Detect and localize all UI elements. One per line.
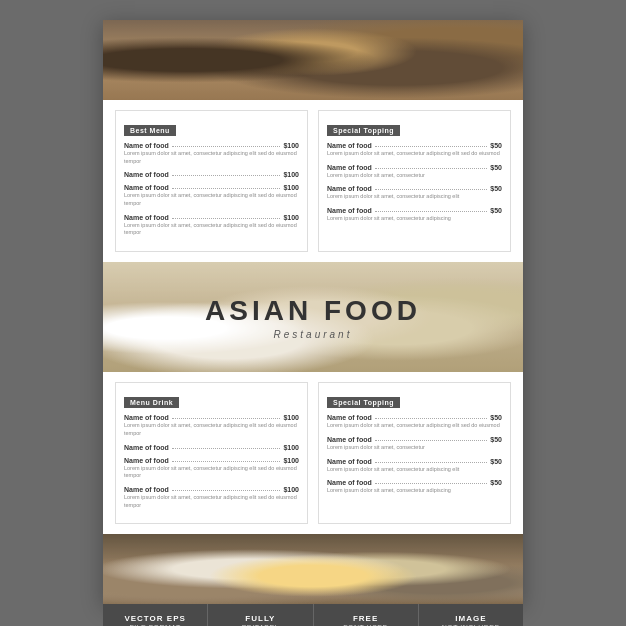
list-item: Name of food $100 xyxy=(124,171,299,178)
dots xyxy=(172,418,281,419)
list-item: Name of food $100 Lorem ipsum dolor sit … xyxy=(124,486,299,509)
food-price: $100 xyxy=(283,457,299,464)
info-item-vector: VECTOR EPS FILE FORMAT xyxy=(103,604,208,626)
list-item: Name of food $100 Lorem ipsum dolor sit … xyxy=(124,184,299,207)
food-name-price: Name of food $50 xyxy=(327,414,502,421)
list-item: Name of food $50 Lorem ipsum dolor sit a… xyxy=(327,142,502,158)
food-price: $50 xyxy=(490,185,502,192)
special-topping-bottom-header: Special Topping xyxy=(327,397,400,408)
top-food-image xyxy=(103,20,523,100)
list-item: Name of food $50 Lorem ipsum dolor sit a… xyxy=(327,185,502,201)
food-name: Name of food xyxy=(124,414,169,421)
info-item-editable: FULLY EDITABEL xyxy=(208,604,313,626)
page-wrapper: Best Menu Name of food $100 Lorem ipsum … xyxy=(0,0,626,626)
food-name: Name of food xyxy=(124,457,169,464)
info-label-top: FREE xyxy=(353,614,378,623)
list-item: Name of food $50 Lorem ipsum dolor sit a… xyxy=(327,164,502,180)
bottom-food-image xyxy=(103,534,523,604)
dots xyxy=(375,440,488,441)
food-desc: Lorem ipsum dolor sit amet, consectetur xyxy=(327,444,502,452)
food-name: Name of food xyxy=(327,164,372,171)
list-item: Name of food $100 Lorem ipsum dolor sit … xyxy=(124,414,299,437)
food-desc: Lorem ipsum dolor sit amet, consectetur xyxy=(327,172,502,180)
food-desc: Lorem ipsum dolor sit amet, consectetur … xyxy=(124,192,299,207)
dots xyxy=(172,490,281,491)
bottom-food-visual xyxy=(103,534,523,604)
food-price: $50 xyxy=(490,414,502,421)
food-price: $100 xyxy=(283,142,299,149)
dots xyxy=(172,218,281,219)
dots xyxy=(172,461,281,462)
food-price: $50 xyxy=(490,164,502,171)
food-desc: Lorem ipsum dolor sit amet, consectetur … xyxy=(327,466,502,474)
food-desc: Lorem ipsum dolor sit amet, consectetur … xyxy=(124,150,299,165)
food-name-price: Name of food $50 xyxy=(327,142,502,149)
best-menu-header: Best Menu xyxy=(124,125,176,136)
hero-subtitle: Restaurant xyxy=(274,329,353,340)
food-desc: Lorem ipsum dolor sit amet, consectetur … xyxy=(327,150,502,158)
food-desc: Lorem ipsum dolor sit amet, consectetur … xyxy=(124,494,299,509)
menu-drink-header: Menu Drink xyxy=(124,397,179,408)
food-price: $100 xyxy=(283,171,299,178)
food-name-price: Name of food $100 xyxy=(124,444,299,451)
food-name: Name of food xyxy=(124,184,169,191)
food-desc: Lorem ipsum dolor sit amet, consectetur … xyxy=(327,215,502,223)
best-menu-section: Best Menu Name of food $100 Lorem ipsum … xyxy=(115,110,308,252)
info-label-top: IMAGE xyxy=(455,614,486,623)
food-name-price: Name of food $50 xyxy=(327,479,502,486)
food-price: $50 xyxy=(490,479,502,486)
food-price: $50 xyxy=(490,436,502,443)
food-name: Name of food xyxy=(124,142,169,149)
food-price: $100 xyxy=(283,414,299,421)
food-name-price: Name of food $100 xyxy=(124,486,299,493)
food-desc: Lorem ipsum dolor sit amet, consectetur … xyxy=(327,487,502,495)
special-topping-bottom-section: Special Topping Name of food $50 Lorem i… xyxy=(318,382,511,524)
food-name-price: Name of food $100 xyxy=(124,184,299,191)
food-name: Name of food xyxy=(327,414,372,421)
food-name-price: Name of food $50 xyxy=(327,164,502,171)
food-name-price: Name of food $100 xyxy=(124,142,299,149)
dots xyxy=(172,448,281,449)
dots xyxy=(375,168,488,169)
food-name-price: Name of food $100 xyxy=(124,457,299,464)
food-name-price: Name of food $50 xyxy=(327,436,502,443)
list-item: Name of food $50 Lorem ipsum dolor sit a… xyxy=(327,207,502,223)
list-item: Name of food $50 Lorem ipsum dolor sit a… xyxy=(327,414,502,430)
top-menu-sections: Best Menu Name of food $100 Lorem ipsum … xyxy=(103,100,523,262)
food-desc: Lorem ipsum dolor sit amet, consectetur … xyxy=(124,222,299,237)
food-name: Name of food xyxy=(327,479,372,486)
food-price: $100 xyxy=(283,444,299,451)
food-name-price: Name of food $100 xyxy=(124,214,299,221)
list-item: Name of food $50 Lorem ipsum dolor sit a… xyxy=(327,458,502,474)
list-item: Name of food $100 Lorem ipsum dolor sit … xyxy=(124,457,299,480)
food-name: Name of food xyxy=(327,185,372,192)
info-label-top: FULLY xyxy=(245,614,275,623)
food-name-price: Name of food $50 xyxy=(327,185,502,192)
hero-section: ASIAN FOOD Restaurant xyxy=(103,262,523,372)
list-item: Name of food $50 Lorem ipsum dolor sit a… xyxy=(327,479,502,495)
food-name-price: Name of food $100 xyxy=(124,414,299,421)
food-price: $50 xyxy=(490,207,502,214)
dots xyxy=(375,462,488,463)
food-name: Name of food xyxy=(327,458,372,465)
dots xyxy=(375,211,488,212)
food-name: Name of food xyxy=(124,444,169,451)
info-item-font: FREE FONT USED xyxy=(314,604,419,626)
food-name: Name of food xyxy=(327,436,372,443)
special-topping-top-header: Special Topping xyxy=(327,125,400,136)
list-item: Name of food $100 Lorem ipsum dolor sit … xyxy=(124,142,299,165)
food-desc: Lorem ipsum dolor sit amet, consectetur … xyxy=(327,422,502,430)
menu-card: Best Menu Name of food $100 Lorem ipsum … xyxy=(103,20,523,604)
hero-title: ASIAN FOOD xyxy=(205,295,421,327)
food-name: Name of food xyxy=(124,171,169,178)
food-name: Name of food xyxy=(124,214,169,221)
dots xyxy=(172,188,281,189)
food-name: Name of food xyxy=(327,207,372,214)
info-bar: VECTOR EPS FILE FORMAT FULLY EDITABEL FR… xyxy=(103,604,523,626)
menu-drink-section: Menu Drink Name of food $100 Lorem ipsum… xyxy=(115,382,308,524)
dots xyxy=(172,175,281,176)
special-topping-top-section: Special Topping Name of food $50 Lorem i… xyxy=(318,110,511,252)
list-item: Name of food $100 xyxy=(124,444,299,451)
info-item-image: IMAGE NOT INCLUDED xyxy=(419,604,523,626)
food-price: $100 xyxy=(283,486,299,493)
